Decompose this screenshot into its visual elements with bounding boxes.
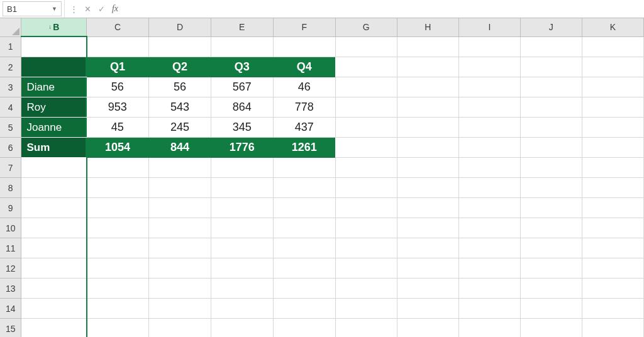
col-header-F[interactable]: F bbox=[273, 18, 335, 36]
cell-I4[interactable] bbox=[458, 97, 520, 118]
cell-E3[interactable]: 567 bbox=[211, 77, 273, 97]
cell-D4[interactable]: 543 bbox=[149, 97, 211, 118]
cell-C4[interactable]: 953 bbox=[87, 97, 149, 118]
cell-D2[interactable]: Q2 bbox=[149, 57, 211, 77]
row-header-4[interactable]: 4 bbox=[0, 97, 21, 118]
cell-D6[interactable]: 844 bbox=[149, 138, 211, 158]
cell-H6[interactable] bbox=[397, 138, 458, 158]
cell-B8[interactable] bbox=[21, 178, 87, 198]
cell-J4[interactable] bbox=[520, 97, 582, 118]
cancel-icon[interactable]: ✕ bbox=[82, 4, 92, 14]
enter-icon[interactable]: ✓ bbox=[96, 4, 106, 14]
row-header-6[interactable]: 6 bbox=[0, 138, 21, 158]
row-header-15[interactable]: 15 bbox=[0, 319, 21, 338]
cell-E1[interactable] bbox=[211, 36, 273, 57]
row-header-13[interactable]: 13 bbox=[0, 279, 21, 299]
cell-C6[interactable]: 1054 bbox=[87, 138, 149, 158]
cell-G6[interactable] bbox=[335, 138, 397, 158]
cell-E6[interactable]: 1776 bbox=[211, 138, 273, 158]
cell-I2[interactable] bbox=[458, 57, 520, 77]
cell-H1[interactable] bbox=[397, 36, 458, 57]
cell-K3[interactable] bbox=[582, 77, 643, 97]
dots-icon[interactable]: ⋮ bbox=[69, 4, 79, 14]
col-header-H[interactable]: H bbox=[397, 18, 458, 36]
col-header-I[interactable]: I bbox=[458, 18, 520, 36]
row-header-8[interactable]: 8 bbox=[0, 178, 21, 198]
cell-I3[interactable] bbox=[458, 77, 520, 97]
cell-G1[interactable] bbox=[335, 36, 397, 57]
cell-B6[interactable]: Sum bbox=[21, 138, 87, 158]
cell-E4[interactable]: 864 bbox=[211, 97, 273, 118]
cell-C3[interactable]: 56 bbox=[87, 77, 149, 97]
cell-B4[interactable]: Roy bbox=[21, 97, 87, 118]
col-header-E[interactable]: E bbox=[211, 18, 273, 36]
cell-F1[interactable] bbox=[273, 36, 335, 57]
name-box[interactable]: B1 ▼ bbox=[3, 1, 62, 16]
cell-F4[interactable]: 778 bbox=[273, 97, 335, 118]
cell-E5[interactable]: 345 bbox=[211, 118, 273, 138]
cell-B14[interactable] bbox=[21, 299, 87, 319]
cell-D1[interactable] bbox=[149, 36, 211, 57]
cell-I6[interactable] bbox=[458, 138, 520, 158]
cell-B3[interactable]: Diane bbox=[21, 77, 87, 97]
cell-J1[interactable] bbox=[520, 36, 582, 57]
fx-icon[interactable]: fx bbox=[110, 4, 120, 14]
cell-C1[interactable] bbox=[87, 36, 149, 57]
cell-C5[interactable]: 45 bbox=[87, 118, 149, 138]
cell-H3[interactable] bbox=[397, 77, 458, 97]
cell-B13[interactable] bbox=[21, 279, 87, 299]
cell-I1[interactable] bbox=[458, 36, 520, 57]
cell-K2[interactable] bbox=[582, 57, 643, 77]
cell-H4[interactable] bbox=[397, 97, 458, 118]
row-header-5[interactable]: 5 bbox=[0, 118, 21, 138]
row-header-14[interactable]: 14 bbox=[0, 299, 21, 319]
row-header-3[interactable]: 3 bbox=[0, 77, 21, 97]
cell-C2[interactable]: Q1 bbox=[87, 57, 149, 77]
col-header-K[interactable]: K bbox=[582, 18, 643, 36]
cell-J6[interactable] bbox=[520, 138, 582, 158]
cell-B11[interactable] bbox=[21, 238, 87, 258]
cell-K6[interactable] bbox=[582, 138, 643, 158]
col-header-J[interactable]: J bbox=[520, 18, 582, 36]
cell-I5[interactable] bbox=[458, 118, 520, 138]
cell-F2[interactable]: Q4 bbox=[273, 57, 335, 77]
cell-B10[interactable] bbox=[21, 218, 87, 238]
cell-B12[interactable] bbox=[21, 258, 87, 279]
row-header-12[interactable]: 12 bbox=[0, 258, 21, 279]
col-header-D[interactable]: D bbox=[149, 18, 211, 36]
cell-B1[interactable] bbox=[21, 36, 87, 57]
row-header-1[interactable]: 1 bbox=[0, 36, 21, 57]
col-header-B[interactable]: ↓B bbox=[21, 18, 87, 36]
cell-G4[interactable] bbox=[335, 97, 397, 118]
cell-K5[interactable] bbox=[582, 118, 643, 138]
cell-F5[interactable]: 437 bbox=[273, 118, 335, 138]
cell-H5[interactable] bbox=[397, 118, 458, 138]
cell-F6[interactable]: 1261 bbox=[273, 138, 335, 158]
cell-J2[interactable] bbox=[520, 57, 582, 77]
row-header-7[interactable]: 7 bbox=[0, 158, 21, 178]
row-header-11[interactable]: 11 bbox=[0, 238, 21, 258]
cell-G2[interactable] bbox=[335, 57, 397, 77]
cell-B9[interactable] bbox=[21, 198, 87, 218]
sheet-area[interactable]: ↓B C D E F G H I J K 1 bbox=[0, 18, 644, 337]
cell-B5[interactable]: Joanne bbox=[21, 118, 87, 138]
cell-J3[interactable] bbox=[520, 77, 582, 97]
formula-input[interactable] bbox=[124, 2, 644, 16]
cell-D3[interactable]: 56 bbox=[149, 77, 211, 97]
row-header-2[interactable]: 2 bbox=[0, 57, 21, 77]
row-header-10[interactable]: 10 bbox=[0, 218, 21, 238]
cell-K1[interactable] bbox=[582, 36, 643, 57]
cell-F3[interactable]: 46 bbox=[273, 77, 335, 97]
cell-D5[interactable]: 245 bbox=[149, 118, 211, 138]
cell-J5[interactable] bbox=[520, 118, 582, 138]
col-header-C[interactable]: C bbox=[87, 18, 149, 36]
row-header-9[interactable]: 9 bbox=[0, 198, 21, 218]
cell-E2[interactable]: Q3 bbox=[211, 57, 273, 77]
select-all-corner[interactable] bbox=[0, 18, 21, 36]
cell-G5[interactable] bbox=[335, 118, 397, 138]
cell-B7[interactable] bbox=[21, 158, 87, 178]
cell-G3[interactable] bbox=[335, 77, 397, 97]
cell-B15[interactable] bbox=[21, 319, 87, 338]
col-header-G[interactable]: G bbox=[335, 18, 397, 36]
cell-H2[interactable] bbox=[397, 57, 458, 77]
